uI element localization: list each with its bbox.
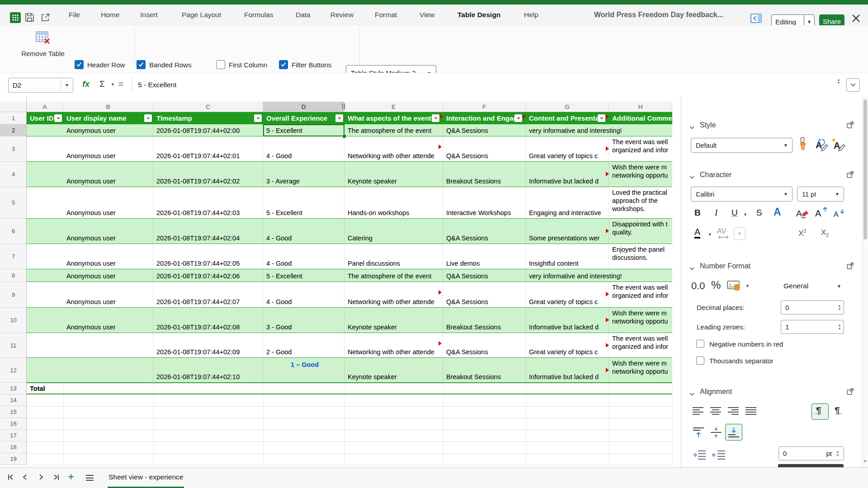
- header-cell-user-display-name[interactable]: User display name: [63, 112, 153, 124]
- cell-aspects[interactable]: The atmosphere of the event: [344, 124, 443, 136]
- row-header-6[interactable]: 6: [0, 219, 27, 244]
- filter-button-b[interactable]: [144, 114, 152, 122]
- menu-tab-formulas[interactable]: Formulas: [242, 5, 275, 25]
- menu-tab-table-design[interactable]: Table Design: [456, 5, 502, 27]
- menu-tab-data[interactable]: Data: [294, 5, 312, 25]
- cell-interaction[interactable]: Q&A Sessions: [443, 282, 526, 307]
- filter-button-c[interactable]: [254, 114, 262, 122]
- underline-chevron-icon[interactable]: ▼: [743, 212, 747, 217]
- align-middle-icon[interactable]: [710, 427, 722, 440]
- menu-tab-help[interactable]: Help: [522, 5, 540, 25]
- cell-content[interactable]: Engaging and interactive: [526, 187, 609, 218]
- document-title[interactable]: World Press Freedom Day feedback...: [594, 5, 746, 25]
- option-first-column[interactable]: First Column: [216, 60, 267, 70]
- cell-user[interactable]: Anonymous user: [63, 162, 153, 187]
- cell-timestamp[interactable]: 2026-01-08T19:07:44+02:04: [153, 219, 263, 244]
- cell-additional[interactable]: Wish there were mnetworking opportu: [609, 358, 672, 382]
- superscript-button[interactable]: X2: [798, 228, 806, 238]
- checked-checkbox-icon[interactable]: [75, 60, 84, 69]
- cell-user[interactable]: Anonymous user: [63, 269, 153, 282]
- empty-row-18[interactable]: [27, 441, 672, 454]
- option-banded-rows[interactable]: Banded Rows: [137, 60, 191, 70]
- cell-content[interactable]: Informative but lacked d: [526, 162, 609, 187]
- sheet-tab-active[interactable]: Sheet view - experience: [108, 468, 184, 488]
- column-header-a[interactable]: A: [27, 102, 63, 112]
- cell-content[interactable]: Informative but lacked d: [526, 308, 609, 333]
- column-header-c[interactable]: C: [153, 102, 263, 112]
- open-dialog-icon[interactable]: [847, 263, 854, 269]
- cell-experience[interactable]: 3 - Good: [263, 308, 344, 333]
- checked-checkbox-icon[interactable]: [137, 60, 146, 69]
- cell-content[interactable]: very informative and interesting!: [526, 269, 609, 282]
- cell-aspects[interactable]: Hands-on workshops: [344, 187, 443, 218]
- save-icon[interactable]: [25, 13, 34, 24]
- cell-additional[interactable]: [609, 124, 672, 136]
- column-header-h[interactable]: H: [609, 102, 672, 112]
- cell-interaction[interactable]: Q&A Sessions: [443, 333, 526, 357]
- align-center-icon[interactable]: [710, 407, 721, 417]
- unchecked-checkbox-icon[interactable]: [696, 357, 704, 365]
- cell-aspects[interactable]: Networking with other attende: [344, 282, 443, 307]
- left-to-right-paragraph-icon[interactable]: ¶→: [816, 405, 821, 416]
- row-header-16[interactable]: 16: [0, 418, 27, 430]
- cell-user[interactable]: Anonymous user: [63, 187, 153, 218]
- spinner-arrows-icon[interactable]: ▲▼: [838, 304, 844, 311]
- currency-format-icon[interactable]: [727, 280, 743, 294]
- cell-user[interactable]: Anonymous user: [63, 219, 153, 244]
- cell-additional[interactable]: Wish there were mnetworking opportu: [609, 162, 672, 187]
- text-spacing-input[interactable]: 0pt▲▼: [778, 446, 844, 460]
- cell-interaction[interactable]: Q&A Sessions: [443, 269, 526, 282]
- column-header-f[interactable]: F: [443, 102, 526, 112]
- filter-button-g[interactable]: [598, 114, 605, 122]
- row-header-13[interactable]: 13: [0, 383, 27, 394]
- menu-tab-format[interactable]: Format: [373, 5, 399, 25]
- row-header-2[interactable]: 2: [0, 124, 27, 136]
- cell-timestamp[interactable]: 2026-01-08T19:07:44+02:09: [153, 333, 263, 357]
- cell-content[interactable]: Insightful content: [526, 244, 609, 269]
- align-right-icon[interactable]: [728, 407, 739, 417]
- right-to-left-paragraph-icon[interactable]: ¶←: [835, 405, 840, 416]
- decimal-format-icon[interactable]: 0.0: [691, 280, 705, 292]
- percent-format-icon[interactable]: %: [711, 279, 721, 291]
- previous-sheet-icon[interactable]: [22, 474, 29, 483]
- formula-input[interactable]: 5 - Excellent: [138, 73, 176, 96]
- cell-timestamp[interactable]: 2026-01-08T19:07:44+02:00: [153, 124, 263, 136]
- hide-ribbon-icon[interactable]: [750, 14, 762, 25]
- cell-aspects[interactable]: Panel discussions: [344, 244, 443, 269]
- cell-additional[interactable]: The event was wellorganized and infor: [609, 136, 672, 161]
- cell-user[interactable]: Anonymous user: [63, 244, 153, 269]
- shrink-font-button[interactable]: A: [834, 208, 846, 221]
- cell-experience[interactable]: 4 - Good: [263, 282, 344, 307]
- cell-timestamp[interactable]: 2026-01-08T19:07:44+02:02: [153, 162, 263, 187]
- align-top-icon[interactable]: [693, 427, 704, 440]
- header-cell-timestamp[interactable]: Timestamp: [153, 112, 263, 124]
- empty-row-16[interactable]: [27, 418, 672, 430]
- underline-button[interactable]: U: [731, 208, 738, 218]
- subscript-button[interactable]: X2: [821, 228, 829, 238]
- cell-aspects[interactable]: Catering: [344, 219, 443, 244]
- leading-zeroes-input[interactable]: 1▲▼: [781, 320, 844, 334]
- align-left-icon[interactable]: [693, 407, 703, 417]
- row-header-15[interactable]: 15: [0, 406, 27, 418]
- menu-tab-file[interactable]: File: [67, 5, 82, 25]
- panel-scrollbar-thumb[interactable]: [863, 99, 867, 239]
- cell-additional[interactable]: The event was wellorganized and infor: [609, 333, 672, 357]
- selection-fill-handle[interactable]: [342, 134, 346, 138]
- cell-aspects[interactable]: Keynote speaker: [344, 162, 443, 187]
- row-header-7[interactable]: 7: [0, 244, 27, 269]
- number-category-chevron-icon[interactable]: ▼: [837, 284, 841, 289]
- first-sheet-icon[interactable]: [7, 474, 14, 483]
- add-sheet-button[interactable]: +: [68, 470, 74, 483]
- number-category-value[interactable]: General: [783, 282, 808, 290]
- align-bottom-icon[interactable]: [728, 427, 740, 440]
- cell-interaction[interactable]: Q&A Sessions: [443, 219, 526, 244]
- font-color-button[interactable]: A: [694, 227, 700, 239]
- cell-aspects[interactable]: Networking with other attende: [344, 333, 443, 357]
- header-cell-additional-comme[interactable]: Additional Comme: [609, 112, 672, 124]
- option-filter-buttons[interactable]: Filter Buttons: [279, 60, 331, 70]
- header-cell-user-id[interactable]: User ID: [27, 112, 63, 124]
- section-chevron-icon[interactable]: [689, 264, 694, 268]
- cell-additional[interactable]: Enjoyed the paneldiscussions.: [609, 244, 672, 269]
- cell-content[interactable]: Some presentations wer: [526, 219, 609, 244]
- cell-timestamp[interactable]: 2026-01-08T19:07:44+02:06: [153, 269, 263, 282]
